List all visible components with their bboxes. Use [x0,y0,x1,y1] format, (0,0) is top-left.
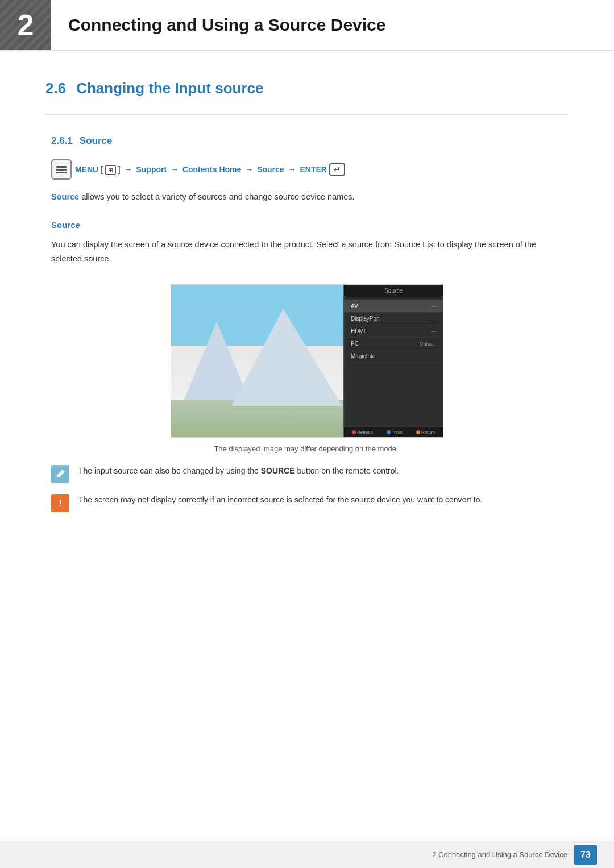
divider [45,114,569,115]
page-number: 73 [574,845,597,865]
return-dot [416,430,420,434]
warning-icon: ! [51,494,69,512]
menu-path-row: MENU [ ⊞ ] → Support → Contents Home → S… [45,159,569,180]
refresh-dot [352,430,356,434]
arrow2: → [171,165,179,174]
chapter-title: Connecting and Using a Source Device [51,0,614,50]
section-heading: 2.6 Changing the Input source [45,80,569,97]
source-item-magicinfo: MagicInfo [344,350,443,363]
source-item-label-av: AV [351,303,358,309]
source-item-status-pc: Done... [420,341,436,347]
subsection-heading: 2.6.1 Source [45,135,569,147]
source-item-label-pc: PC [351,340,359,347]
menu-bar-1 [56,166,67,168]
mountain-snow [205,332,336,406]
source-item-av: AV — [344,300,443,313]
menu-bracket-close: ] [118,165,121,174]
source-item-hdmi: HDMI — [344,325,443,338]
section-number: 2.6 [45,80,66,97]
chapter-number: 2 [18,8,34,42]
source-subheading: Source [45,220,569,230]
source-panel-overlay: Source AV — DisplayPort — HDMI — [343,285,443,437]
page-footer: 2 Connecting and Using a Source Device 7… [0,841,614,868]
chapter-number-box: 2 [0,0,51,50]
menu-bar-3 [56,172,67,173]
step4: ENTER [300,165,326,174]
source-item-status-av: — [431,304,436,309]
source-panel-footer: Refresh Tools Return [344,427,443,437]
arrow3: → [245,165,253,174]
source-item-displayport: DisplayPort — [344,313,443,325]
source-link: Source [51,192,79,201]
simulated-screen: Source AV — DisplayPort — HDMI — [171,284,443,438]
mountain-background [171,285,347,437]
menu-bar-2 [56,169,67,171]
enter-icon: ↵ [329,163,345,176]
menu-path-text: MENU [ ⊞ ] → Support → Contents Home → S… [75,163,345,176]
screenshot-container: Source AV — DisplayPort — HDMI — [45,284,569,453]
menu-grid-icon: ⊞ [105,165,116,175]
note-1-bold: SOURCE [261,466,295,475]
step1: Support [136,165,167,174]
footer-btn-return: Return [416,430,435,435]
return-label: Return [421,430,435,435]
source-item-status-hdmi: — [431,329,436,334]
note-2-text: The screen may not display correctly if … [78,493,569,507]
footer-btn-tools: Tools [387,430,403,435]
note-1-before: The input source can also be changed by … [78,466,261,475]
pencil-svg [55,468,66,480]
note-row-2: ! The screen may not display correctly i… [45,493,569,512]
main-content: 2.6 Changing the Input source 2.6.1 Sour… [0,51,614,568]
arrow4: → [288,165,296,174]
footer-text: 2 Connecting and Using a Source Device [432,850,567,859]
mountain-ground [171,400,347,437]
source-item-label-dp: DisplayPort [351,315,380,322]
warning-svg: ! [55,497,66,509]
footer-btn-refresh: Refresh [352,430,373,435]
body-paragraph: You can display the screen of a source d… [45,238,569,267]
tools-label: Tools [392,430,403,435]
source-item-status-dp: — [431,316,436,322]
source-panel-header: Source [344,285,443,297]
source-item-label-mi: MagicInfo [351,353,375,359]
svg-text:!: ! [59,499,61,508]
chapter-header: 2 Connecting and Using a Source Device [0,0,614,51]
description-text: Source allows you to select a variety of… [45,190,569,204]
source-item-pc: PC Done... [344,338,443,350]
note-row-1: The input source can also be changed by … [45,464,569,483]
description-rest: allows you to select a variety of source… [81,192,354,201]
subsection-title: Source [80,135,113,147]
menu-icon [51,159,72,180]
step3: Source [257,165,284,174]
tools-dot [387,430,391,434]
source-item-label-hdmi: HDMI [351,328,366,334]
note-1-after: button on the remote control. [295,466,399,475]
refresh-label: Refresh [357,430,373,435]
menu-label: MENU [75,165,98,174]
note-1-text: The input source can also be changed by … [78,464,569,478]
step2: Contents Home [182,165,241,174]
menu-bracket-open: [ [101,165,103,174]
arrow1: → [125,165,132,174]
pencil-icon [51,465,69,483]
source-panel-items: AV — DisplayPort — HDMI — PC Done... [344,297,443,366]
subsection-number: 2.6.1 [51,135,73,147]
section-title: Changing the Input source [76,80,263,97]
screenshot-caption: The displayed image may differ depending… [214,445,400,453]
menu-icon-inner [56,166,67,173]
